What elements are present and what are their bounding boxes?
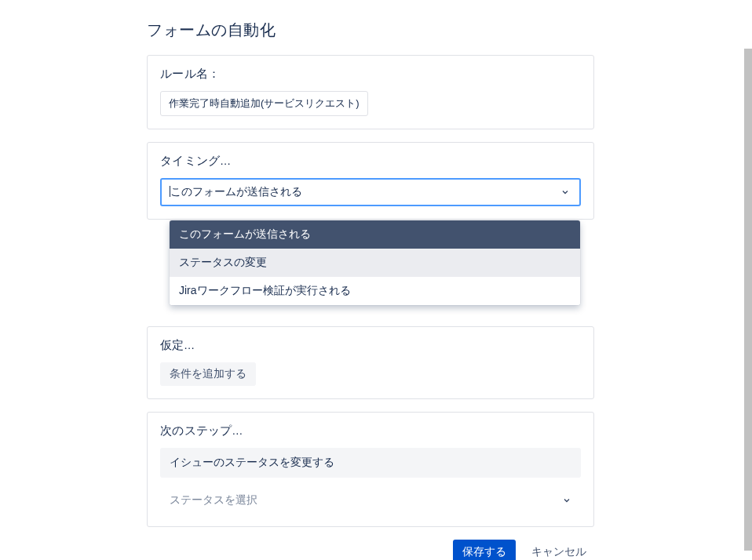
status-select-placeholder: ステータスを選択 bbox=[170, 493, 257, 506]
scrollbar-track bbox=[744, 0, 752, 560]
rule-name-label: ルール名： bbox=[160, 67, 581, 82]
next-step-action[interactable]: イシューのステータスを変更する bbox=[160, 448, 581, 478]
rule-name-value[interactable]: 作業完了時自動追加(サービスリクエスト) bbox=[160, 91, 368, 116]
save-button[interactable]: 保存する bbox=[453, 540, 516, 560]
assumption-label: 仮定... bbox=[160, 338, 581, 353]
next-step-panel: 次のステップ... イシューのステータスを変更する ステータスを選択 bbox=[147, 412, 594, 527]
cancel-button[interactable]: キャンセル bbox=[524, 540, 594, 560]
timing-option-status-change[interactable]: ステータスの変更 bbox=[170, 249, 580, 277]
timing-option-form-submitted[interactable]: このフォームが送信される bbox=[170, 220, 580, 249]
scrollbar-thumb[interactable] bbox=[744, 49, 752, 551]
timing-select-value: このフォームが送信される bbox=[170, 185, 302, 198]
next-step-label: 次のステップ... bbox=[160, 424, 581, 438]
assumption-panel: 仮定... 条件を追加する bbox=[147, 326, 594, 399]
chevron-down-icon bbox=[562, 496, 571, 505]
page-title: フォームの自動化 bbox=[147, 20, 594, 41]
timing-select[interactable]: このフォームが送信される このフォームが送信される ステータスの変更 Jiraワ… bbox=[160, 178, 581, 206]
timing-panel: タイミング... このフォームが送信される このフォームが送信される ステータス… bbox=[147, 142, 594, 220]
status-select[interactable]: ステータスを選択 bbox=[160, 487, 581, 514]
footer-actions: 保存する キャンセル bbox=[147, 540, 594, 560]
timing-label: タイミング... bbox=[160, 154, 581, 169]
timing-dropdown: このフォームが送信される ステータスの変更 Jiraワークフロー検証が実行される bbox=[170, 220, 580, 305]
add-condition-button[interactable]: 条件を追加する bbox=[160, 362, 256, 386]
chevron-down-icon bbox=[560, 187, 570, 197]
timing-option-jira-workflow[interactable]: Jiraワークフロー検証が実行される bbox=[170, 277, 580, 305]
rule-name-panel: ルール名： 作業完了時自動追加(サービスリクエスト) bbox=[147, 55, 594, 129]
